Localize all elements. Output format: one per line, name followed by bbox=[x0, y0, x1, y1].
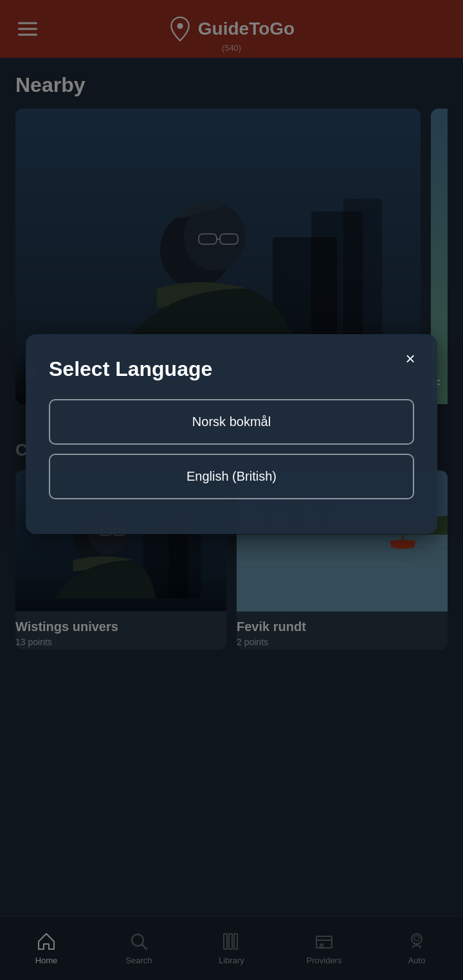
modal-title: Select Language bbox=[49, 357, 414, 381]
language-option-norsk[interactable]: Norsk bokmål bbox=[49, 399, 414, 445]
language-option-english[interactable]: English (British) bbox=[49, 454, 414, 499]
language-modal: × Select Language Norsk bokmål English (… bbox=[26, 334, 437, 534]
modal-close-button[interactable]: × bbox=[399, 347, 422, 370]
